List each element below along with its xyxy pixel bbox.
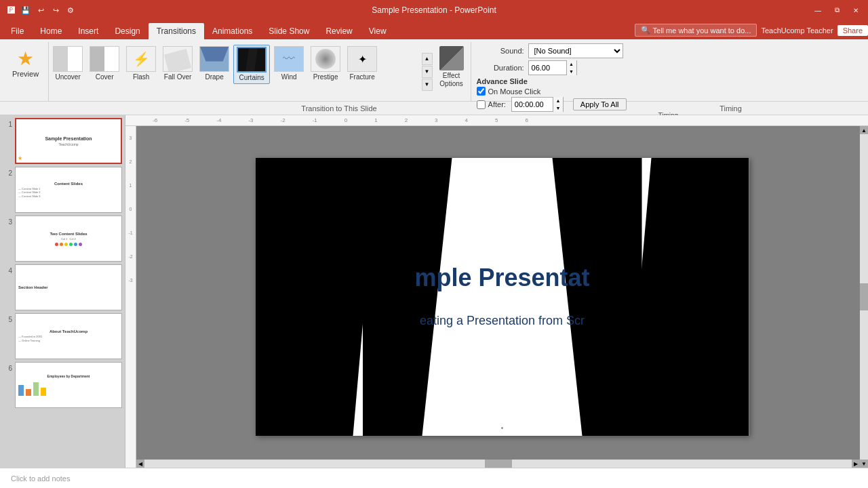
tab-home[interactable]: Home: [32, 23, 70, 39]
after-up[interactable]: ▲: [553, 97, 563, 104]
tab-transitions[interactable]: Transitions: [149, 23, 204, 39]
hscroll-thumb[interactable]: [485, 460, 512, 468]
on-mouse-click-row: On Mouse Click: [477, 87, 860, 96]
slide-thumb-1[interactable]: Sample Presentation TeachUcomp ★: [15, 118, 122, 164]
on-mouse-click-label: On Mouse Click: [488, 87, 541, 96]
scroll-right[interactable]: ▶: [852, 460, 860, 468]
duration-up[interactable]: ▲: [567, 60, 576, 68]
slide-thumb-2[interactable]: Content Slides — Content Slide 1 — Conte…: [15, 167, 122, 213]
title-bar-left: 🅿 💾 ↩ ↪ ⚙: [5, 5, 76, 16]
timing-section-label: Timing: [593, 104, 868, 113]
uncover-icon: [53, 46, 83, 72]
scroll-up[interactable]: ▲: [860, 126, 868, 134]
slide-item-4[interactable]: 4 Section Header: [3, 264, 122, 310]
cover-icon: [90, 46, 119, 72]
slide-number-3: 3: [3, 218, 12, 226]
close-button[interactable]: ✕: [849, 3, 863, 17]
effect-options-group: EffectOptions: [433, 42, 471, 101]
transition-curtains[interactable]: Curtains: [233, 45, 270, 84]
save-icon[interactable]: 💾: [20, 5, 31, 16]
fracture-icon: ✦: [347, 46, 377, 72]
tell-me-box[interactable]: 🔍 Tell me what you want to do...: [635, 24, 757, 37]
preview-button[interactable]: ★ Preview: [7, 45, 44, 81]
slide-number-6: 6: [3, 365, 12, 372]
transition-cover[interactable]: Cover: [87, 45, 122, 83]
slide-item-1[interactable]: 1 Sample Presentation TeachUcomp ★: [3, 118, 122, 164]
scroll-down-arrow[interactable]: ▼: [422, 66, 433, 78]
transition-curtains-label: Curtains: [239, 74, 264, 82]
slide-main-title: mple Presentat: [414, 264, 589, 292]
transition-drape[interactable]: Drape: [197, 45, 232, 83]
transitions-list: Uncover Cover ⚡ Flash Fall Over: [49, 42, 432, 87]
slide-thumb-5[interactable]: About TeachUcomp — Founded in 2001 — Onl…: [15, 313, 122, 359]
scroll-more-arrow[interactable]: ▼: [422, 79, 433, 91]
share-button[interactable]: Share: [837, 25, 868, 36]
canvas-ruler-row: 3 2 1 0 -1 -2 -3 mple Presentat: [125, 126, 868, 468]
slide-item-5[interactable]: 5 About TeachUcomp — Founded in 2001 — O…: [3, 313, 122, 359]
minimize-button[interactable]: —: [811, 3, 825, 17]
preview-group: ★ Preview: [3, 42, 49, 101]
curtain-left: [256, 158, 378, 436]
effect-options-label: EffectOptions: [439, 72, 462, 88]
duration-input[interactable]: [529, 64, 566, 72]
restore-button[interactable]: ⧉: [830, 3, 844, 17]
effect-options-button[interactable]: EffectOptions: [437, 43, 467, 91]
transition-uncover[interactable]: Uncover: [50, 45, 85, 83]
tab-slideshow[interactable]: Slide Show: [260, 23, 317, 39]
duration-down[interactable]: ▼: [567, 68, 576, 75]
slide-thumb-3[interactable]: Two Content Slides Col 1 Col 2: [15, 216, 122, 262]
transition-flash-label: Flash: [133, 73, 149, 81]
transition-flash[interactable]: ⚡ Flash: [123, 45, 159, 83]
duration-label: Duration:: [477, 64, 524, 72]
slide-subtitle: eating a Presentation from Scr: [420, 314, 585, 328]
slide-canvas: mple Presentat eating a Presentation fro…: [136, 126, 868, 468]
slide-item-6[interactable]: 6 Employees by Department: [3, 362, 122, 408]
user-name: TeachUcomp Teacher: [761, 26, 833, 35]
scroll-down[interactable]: ▼: [860, 460, 868, 468]
customize-icon[interactable]: ⚙: [65, 5, 76, 16]
curtain-center-left: [363, 158, 512, 436]
horizontal-scrollbar[interactable]: ◀ ▶: [136, 460, 860, 468]
window-title: Sample Presentation - PowerPoint: [372, 5, 496, 15]
slide-panel: 1 Sample Presentation TeachUcomp ★ 2 Con…: [0, 115, 125, 468]
tab-file[interactable]: File: [3, 23, 32, 39]
transition-fallover-label: Fall Over: [164, 73, 192, 81]
transition-cover-label: Cover: [96, 73, 114, 81]
tab-insert[interactable]: Insert: [70, 23, 106, 39]
slide-item-3[interactable]: 3 Two Content Slides Col 1 Col 2: [3, 216, 122, 262]
slide-thumb-6[interactable]: Employees by Department: [15, 362, 122, 408]
scroll-thumb[interactable]: [860, 283, 868, 310]
slide-thumb-4[interactable]: Section Header: [15, 264, 122, 310]
transition-fallover[interactable]: Fall Over: [160, 45, 195, 83]
transition-prestige-label: Prestige: [313, 73, 338, 81]
transitions-gallery: Uncover Cover ⚡ Flash Fall Over: [49, 42, 432, 101]
on-mouse-click-checkbox[interactable]: [477, 87, 486, 96]
transition-prestige[interactable]: Prestige: [308, 45, 343, 83]
curtains-icon: [237, 47, 267, 73]
duration-spinners: ▲ ▼: [566, 60, 576, 75]
slide-number-2: 2: [3, 169, 12, 177]
slide-display: mple Presentat eating a Presentation fro…: [256, 158, 749, 436]
transition-fracture[interactable]: ✦ Fracture: [344, 45, 380, 83]
tab-view[interactable]: View: [361, 23, 395, 39]
drape-icon: [199, 46, 229, 72]
tab-review[interactable]: Review: [317, 23, 360, 39]
undo-icon[interactable]: ↩: [35, 5, 46, 16]
notes-area: Click to add notes: [0, 468, 868, 488]
duration-input-group: ▲ ▼: [528, 60, 577, 75]
transition-fracture-label: Fracture: [350, 73, 375, 81]
canvas-container: -6 -5 -4 -3 -2 -1 0 1 2 3 4 5 6 3 2 1 0 …: [125, 115, 868, 468]
tab-design[interactable]: Design: [106, 23, 148, 39]
scroll-left[interactable]: ◀: [136, 460, 144, 468]
redo-icon[interactable]: ↪: [50, 5, 61, 16]
advance-slide-label: Advance Slide: [477, 77, 860, 85]
tab-animations[interactable]: Animations: [204, 23, 260, 39]
curtain-right: [627, 158, 749, 436]
scroll-up-arrow[interactable]: ▲: [422, 53, 433, 65]
slide-item-2[interactable]: 2 Content Slides — Content Slide 1 — Con…: [3, 167, 122, 213]
notes-placeholder[interactable]: Click to add notes: [11, 474, 70, 483]
sound-select[interactable]: [No Sound]: [528, 43, 623, 58]
slide-dot: •: [501, 424, 504, 432]
transition-wind[interactable]: 〰 Wind: [271, 45, 307, 83]
vertical-scrollbar[interactable]: ▲ ▼: [860, 126, 868, 468]
